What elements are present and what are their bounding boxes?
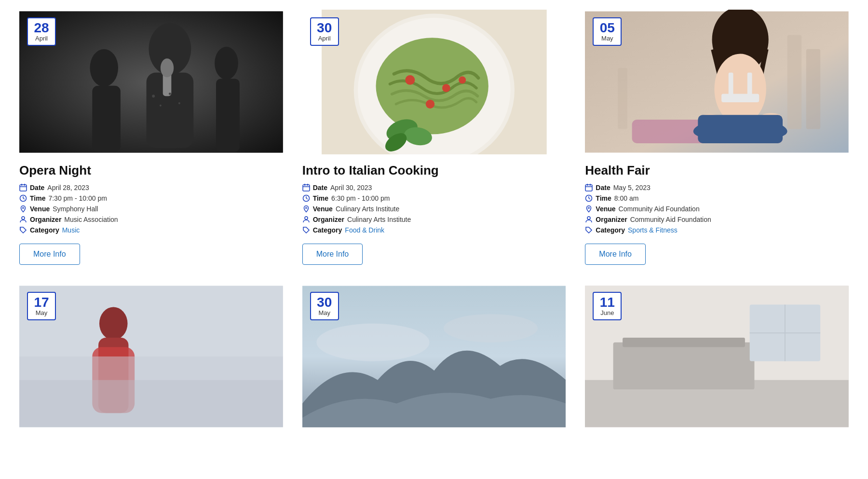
category-link-health[interactable]: Sports & Fitness: [628, 226, 678, 234]
venue-value-health: Community Aid Foundation: [619, 205, 700, 213]
date-label-cooking: Date: [313, 184, 327, 192]
date-badge-june11: 11 June: [593, 292, 622, 320]
svg-rect-85: [613, 342, 755, 390]
meta-venue-opera: Venue Symphony Hall: [19, 205, 283, 213]
svg-point-44: [305, 217, 308, 219]
organizer-icon-cooking: [302, 216, 310, 223]
event-meta-health: Date May 5, 2023 Time 8:00 am Venue Comm…: [585, 184, 849, 234]
meta-venue-cooking: Venue Culinary Arts Institute: [302, 205, 566, 213]
clock-icon-cooking: [302, 194, 310, 202]
meta-venue-health: Venue Community Aid Foundation: [585, 205, 849, 213]
events-grid: 28 April Opera Night Date April 28, 2023…: [19, 10, 849, 429]
svg-point-29: [405, 75, 415, 85]
more-info-button-cooking[interactable]: More Info: [302, 244, 363, 265]
location-icon: [19, 205, 27, 213]
date-value-health: May 5, 2023: [613, 184, 651, 192]
category-link-opera[interactable]: Music: [62, 226, 80, 234]
organizer-value-opera: Music Association: [64, 216, 118, 223]
calendar-icon-health: [585, 184, 593, 192]
location-icon-health: [585, 205, 593, 213]
category-link-cooking[interactable]: Food & Drink: [345, 226, 384, 234]
time-label-opera: Time: [30, 194, 45, 202]
meta-category-health: Category Sports & Fitness: [585, 226, 849, 234]
meta-organizer-cooking: Organizer Culinary Arts Institute: [302, 216, 566, 223]
meta-date-cooking: Date April 30, 2023: [302, 184, 566, 192]
event-card-health-fair: 05 May Health Fair Date May 5, 2023 Time…: [585, 10, 849, 265]
meta-organizer-health: Organizer Community Aid Foundation: [585, 216, 849, 223]
svg-rect-52: [721, 94, 759, 102]
date-badge-may30: 30 May: [310, 292, 339, 320]
date-value-cooking: April 30, 2023: [330, 184, 372, 192]
date-month-june11: June: [598, 309, 616, 316]
venue-label-opera: Venue: [30, 205, 50, 213]
svg-rect-13: [216, 79, 240, 151]
event-image-cooking: 30 April: [302, 10, 566, 154]
venue-value-cooking: Culinary Arts Institute: [336, 205, 399, 213]
clock-icon: [19, 194, 27, 202]
svg-rect-57: [698, 115, 783, 143]
time-label-cooking: Time: [313, 194, 328, 202]
date-day-cooking: 30: [316, 21, 333, 35]
calendar-icon-cooking: [302, 184, 310, 192]
event-title-opera: Opera Night: [19, 163, 283, 178]
svg-rect-59: [806, 49, 820, 129]
event-card-italian-cooking: 30 April Intro to Italian Cooking Date A…: [302, 10, 566, 265]
category-label-cooking: Category: [313, 226, 342, 234]
svg-point-80: [444, 314, 538, 342]
venue-label-health: Venue: [596, 205, 615, 213]
svg-point-68: [588, 207, 590, 209]
more-info-button-health[interactable]: More Info: [585, 244, 646, 265]
svg-point-9: [178, 102, 180, 104]
category-label-health: Category: [596, 226, 625, 234]
date-value-opera: April 28, 2023: [47, 184, 89, 192]
event-card-may17: 17 May: [19, 284, 283, 429]
svg-point-5: [161, 58, 174, 77]
svg-line-20: [23, 198, 25, 199]
event-image-june11: 11 June: [585, 284, 849, 429]
date-day-may17: 17: [33, 296, 50, 309]
svg-rect-11: [92, 86, 121, 152]
date-month-health: May: [598, 35, 616, 42]
organizer-label-opera: Organizer: [30, 216, 61, 223]
meta-organizer-opera: Organizer Music Association: [19, 216, 283, 223]
event-card-opera-night: 28 April Opera Night Date April 28, 2023…: [19, 10, 283, 265]
event-card-june11: 11 June: [585, 284, 849, 429]
svg-rect-36: [303, 185, 310, 191]
svg-point-22: [22, 217, 25, 219]
svg-marker-23: [20, 227, 26, 233]
event-meta-cooking: Date April 30, 2023 Time 6:30 pm - 10:00…: [302, 184, 566, 234]
svg-point-6: [152, 95, 155, 97]
svg-point-30: [442, 84, 450, 92]
location-icon-cooking: [302, 205, 310, 213]
time-value-health: 8:00 am: [614, 194, 639, 202]
venue-value-opera: Symphony Hall: [53, 205, 98, 213]
date-day-opera: 28: [33, 21, 50, 35]
event-image-may30: 30 May: [302, 284, 566, 429]
more-info-button-opera[interactable]: More Info: [19, 244, 80, 265]
event-card-may30: 30 May: [302, 284, 566, 429]
svg-marker-70: [586, 227, 592, 233]
svg-point-12: [215, 47, 238, 80]
svg-point-21: [23, 207, 24, 209]
organizer-icon-health: [585, 216, 593, 223]
calendar-icon: [19, 184, 27, 192]
svg-line-67: [589, 198, 590, 199]
clock-icon-health: [585, 194, 593, 202]
organizer-label-cooking: Organizer: [313, 216, 344, 223]
svg-point-28: [376, 38, 488, 134]
meta-category-cooking: Category Food & Drink: [302, 226, 566, 234]
svg-rect-51: [747, 72, 752, 96]
time-value-cooking: 6:30 pm - 10:00 pm: [331, 194, 390, 202]
date-month-cooking: April: [316, 35, 333, 42]
date-month-opera: April: [33, 35, 50, 42]
svg-point-10: [90, 49, 118, 87]
svg-rect-60: [618, 68, 628, 129]
category-icon: [19, 226, 27, 234]
event-title-health: Health Fair: [585, 163, 849, 178]
svg-rect-50: [729, 72, 733, 96]
venue-label-cooking: Venue: [313, 205, 333, 213]
svg-point-73: [99, 307, 128, 340]
meta-time-opera: Time 7:30 pm - 10:00 pm: [19, 194, 283, 202]
event-image-opera: 28 April: [19, 10, 283, 154]
svg-line-42: [306, 198, 308, 199]
